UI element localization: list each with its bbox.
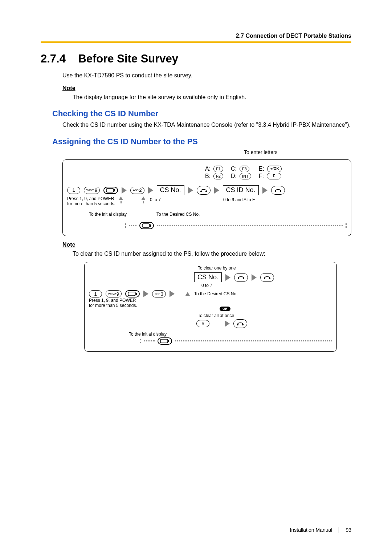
key-3: DEF3	[152, 290, 166, 297]
subheading-check-csid: Checking the CS ID Number	[41, 109, 351, 118]
svg-point-4	[275, 191, 276, 192]
clear-diagram: To clear one by one CS No. 0 to 7 1 WXYZ…	[84, 262, 337, 351]
page-footer: Installation Manual 93	[290, 527, 351, 533]
up-arrow-icon	[185, 292, 190, 296]
to-desired-b: To the Desired CS No.	[194, 291, 237, 296]
arrow-icon	[122, 187, 127, 194]
map-C: C:	[231, 166, 237, 172]
note-label-1: Note	[62, 85, 351, 92]
arrow-icon	[225, 274, 230, 281]
svg-rect-6	[142, 224, 150, 227]
clear-all-header: To clear all at once	[198, 313, 332, 319]
header-rule	[41, 41, 351, 43]
key-f3: F3	[240, 166, 249, 172]
key-f2: F2	[213, 173, 223, 179]
talk-icon	[271, 186, 285, 195]
range-0-9-af: 0 to 9 and A to F	[223, 197, 255, 202]
arrow-icon	[225, 320, 230, 327]
footer-divider	[339, 527, 339, 533]
power-icon	[139, 222, 154, 229]
svg-point-3	[205, 191, 207, 192]
csno-box: CS No.	[194, 272, 222, 282]
to-initial-b: To the initial display	[129, 332, 167, 337]
key-f1: F1	[213, 166, 223, 172]
arrow-icon	[143, 291, 148, 297]
assign-diagram: A:F1 B:F2 C:F3 D:INT E:↠/OK F:F 1 WXYZ9 …	[62, 159, 351, 236]
footer-manual: Installation Manual	[290, 527, 332, 533]
assign-flow: 1 WXYZ9 ABC2 CS No. CS ID No.	[67, 185, 347, 195]
to-initial: To the initial display	[89, 212, 127, 217]
svg-rect-0	[106, 189, 114, 192]
talk-icon	[234, 273, 248, 282]
note-text-1: The display language for the site survey…	[62, 94, 351, 101]
svg-point-9	[243, 278, 244, 279]
arrow-icon	[252, 274, 257, 281]
key-9: WXYZ9	[84, 187, 100, 194]
note-text-2: To clear the CS ID number assigned to th…	[62, 250, 351, 258]
svg-rect-16	[160, 339, 168, 343]
power-icon	[125, 290, 140, 297]
power-icon	[158, 337, 172, 345]
footer-page: 93	[346, 527, 351, 533]
svg-rect-7	[150, 224, 151, 227]
up-arrow-icon	[141, 197, 146, 200]
key-2: ABC2	[130, 187, 144, 194]
svg-point-14	[237, 324, 238, 325]
to-desired: To the Desired CS No.	[156, 212, 200, 217]
key-f: F	[267, 173, 281, 179]
section-intro: Use the KX-TD7590 PS to conduct the site…	[41, 72, 351, 80]
section-heading: 2.7.4 Before Site Survey	[41, 52, 351, 65]
or-pill: OR	[220, 307, 230, 311]
range-0-7: 0 to 7	[150, 197, 161, 202]
svg-rect-17	[168, 340, 169, 342]
arrow-icon	[170, 291, 175, 297]
arrow-icon	[214, 187, 219, 194]
key-1: 1	[89, 290, 102, 297]
svg-rect-12	[128, 292, 135, 296]
svg-point-2	[200, 191, 202, 192]
map-E: E:	[259, 166, 264, 172]
key-9: WXYZ9	[106, 290, 122, 297]
section-number: 2.7.4	[41, 52, 66, 65]
key-hash: #	[196, 320, 209, 327]
arrow-icon	[148, 187, 153, 194]
talk-icon	[197, 186, 211, 195]
svg-point-5	[280, 191, 281, 192]
svg-point-11	[269, 278, 270, 279]
map-B: B:	[205, 173, 211, 179]
key-int: INT	[240, 173, 251, 179]
section-title: Before Site Survey	[78, 52, 178, 65]
power-icon	[103, 187, 118, 194]
map-D: D:	[231, 173, 237, 179]
talk-icon	[260, 273, 274, 282]
svg-point-8	[238, 278, 239, 279]
key-1: 1	[67, 187, 80, 194]
clear-one-header: To clear one by one	[198, 266, 332, 271]
arrow-icon	[262, 187, 268, 194]
talk-icon	[233, 319, 247, 328]
up-arrow-icon	[119, 197, 123, 200]
svg-rect-1	[114, 189, 115, 191]
map-F: F:	[259, 173, 264, 179]
svg-rect-13	[136, 293, 137, 295]
key-ok: ↠/OK	[267, 166, 282, 172]
subheading-assign-csid: Assigning the CS ID Number to the PS	[41, 137, 351, 146]
arrow-icon	[188, 187, 193, 194]
header-breadcrumb: 2.7 Connection of DECT Portable Stations	[41, 33, 351, 39]
map-A: A:	[205, 166, 211, 172]
csid-box: CS ID No.	[223, 185, 259, 195]
letters-header: To enter letters	[244, 149, 351, 155]
press-hint: Press 1, 9, and POWER for more than 5 se…	[67, 197, 115, 207]
note-label-2: Note	[62, 241, 351, 249]
csno-box: CS No.	[157, 185, 184, 195]
svg-point-10	[264, 278, 265, 279]
range-0-7-b: 0 to 7	[201, 283, 332, 288]
sub1-body: Check the CS ID number using the KX-TDA …	[41, 121, 351, 129]
svg-point-15	[242, 324, 244, 325]
